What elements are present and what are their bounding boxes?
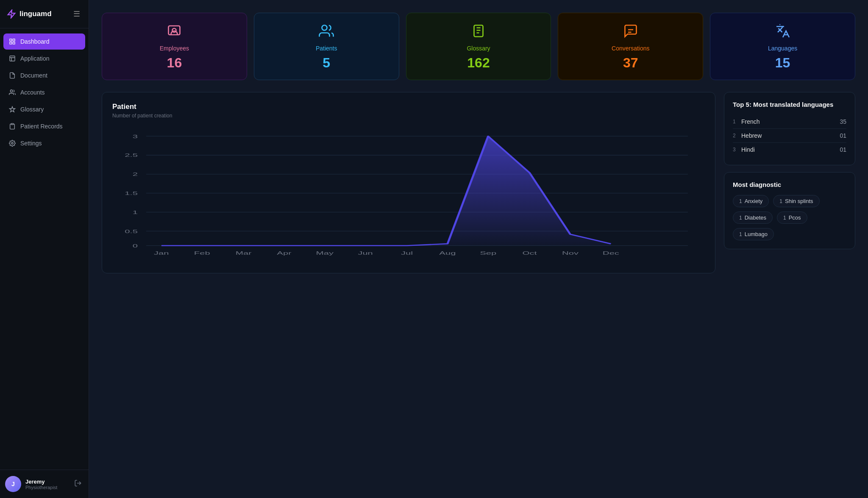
svg-rect-7 [11,123,13,125]
svg-text:Jan: Jan [154,250,169,256]
glossary-label: Glossary [467,45,490,52]
svg-rect-1 [10,39,12,41]
svg-text:Dec: Dec [603,250,619,256]
stat-card-patients[interactable]: Patients 5 [254,13,399,80]
sidebar-item-accounts[interactable]: Accounts [3,84,85,100]
sidebar-item-patient-records[interactable]: Patient Records [3,118,85,134]
sidebar-item-label: Patient Records [20,123,63,130]
clipboard-icon [8,122,16,130]
stat-card-glossary[interactable]: Glossary 162 [406,13,551,80]
diag-count: 1 [779,198,782,204]
sidebar-item-label: Document [20,72,47,79]
sidebar-footer: J Jeremy Physiotherapist [0,470,89,498]
svg-text:Feb: Feb [194,250,210,256]
svg-point-12 [322,25,327,31]
diag-label: Shin splints [785,198,813,204]
svg-rect-13 [474,25,483,37]
top-languages-card: Top 5: Most translated languages 1 Frenc… [724,92,855,165]
diag-label: Lumbago [745,231,768,237]
stat-card-employees[interactable]: Employees 16 [102,13,247,80]
lang-rank: 3 [733,147,741,153]
sidebar-item-label: Glossary [20,106,44,113]
diag-count: 1 [739,215,742,221]
sidebar: linguamd ☰ Dashboard Application [0,0,89,498]
lang-rank: 1 [733,119,741,125]
chart-svg: 3 2.5 2 1.5 1 0.5 0 Jan Feb [112,127,705,263]
svg-rect-3 [10,42,12,44]
layout-icon [8,55,16,62]
svg-marker-0 [8,10,15,18]
diag-count: 1 [739,198,742,204]
svg-rect-4 [13,42,15,44]
users-icon [8,89,16,96]
stat-card-languages[interactable]: Languages 15 [710,13,855,80]
svg-text:Aug: Aug [439,250,456,256]
lang-item-french: 1 French 35 [733,115,846,129]
hamburger-button[interactable]: ☰ [72,8,82,20]
languages-value: 15 [775,56,790,70]
lang-count: 01 [840,132,846,139]
sidebar-header: linguamd ☰ [0,0,89,28]
diag-label: Anxiety [745,198,763,204]
diagnostic-tags: 1 Anxiety 1 Shin splints 1 Diabetes 1 Pc… [733,195,846,240]
stat-cards: Employees 16 Patients 5 Glossary [102,13,855,80]
svg-text:Nov: Nov [562,250,579,256]
gear-icon [8,139,16,147]
diag-count: 1 [739,231,742,237]
sidebar-item-glossary[interactable]: Glossary [3,101,85,117]
lang-count: 01 [840,146,846,153]
svg-text:Oct: Oct [522,250,537,256]
sidebar-item-label: Accounts [20,89,45,96]
svg-text:May: May [316,250,334,256]
svg-text:2.5: 2.5 [125,153,138,158]
logo-icon [7,9,16,19]
user-info: Jeremy Physiotherapist [25,479,68,490]
bottom-row: Patient Number of patient creation [102,92,855,273]
chart-subtitle: Number of patient creation [112,113,705,119]
sidebar-item-dashboard[interactable]: Dashboard [3,33,85,50]
diag-count: 1 [783,215,786,221]
svg-text:Sep: Sep [480,250,496,256]
app-name: linguamd [19,10,52,18]
diag-tag-pcos: 1 Pcos [777,211,807,224]
employees-icon [167,23,182,41]
sidebar-item-document[interactable]: Document [3,67,85,83]
conversations-value: 37 [623,56,638,70]
avatar: J [5,476,21,492]
svg-text:0.5: 0.5 [125,228,138,234]
svg-text:1.5: 1.5 [125,190,138,196]
patients-label: Patients [316,45,337,52]
svg-point-6 [10,90,12,92]
file-icon [8,72,16,79]
sparkles-icon [8,106,16,113]
logout-button[interactable] [72,478,83,490]
svg-rect-2 [13,39,15,41]
svg-text:2: 2 [133,172,138,177]
most-diagnostic-title: Most diagnostic [733,181,846,188]
sidebar-item-application[interactable]: Application [3,50,85,67]
stat-card-conversations[interactable]: Conversations 37 [558,13,703,80]
chart-container: 3 2.5 2 1.5 1 0.5 0 Jan Feb [112,127,705,263]
diag-label: Pcos [789,214,801,221]
employees-label: Employees [160,45,189,52]
most-diagnostic-card: Most diagnostic 1 Anxiety 1 Shin splints… [724,172,855,249]
sidebar-item-settings[interactable]: Settings [3,135,85,151]
lang-item-hebrew: 2 Hebrew 01 [733,129,846,143]
top-languages-title: Top 5: Most translated languages [733,101,846,108]
svg-text:Jun: Jun [358,250,373,256]
svg-text:1: 1 [133,209,138,215]
svg-rect-10 [169,26,180,35]
lang-name: Hindi [741,146,840,153]
svg-text:0: 0 [133,243,138,248]
conversations-label: Conversations [612,45,650,52]
user-name: Jeremy [25,479,68,485]
glossary-icon [471,23,486,41]
employees-value: 16 [167,56,182,70]
patient-chart-card: Patient Number of patient creation [102,92,715,273]
main-content: Employees 16 Patients 5 Glossary [89,0,868,498]
diag-tag-anxiety: 1 Anxiety [733,195,769,207]
diag-label: Diabetes [745,214,766,221]
lang-rank: 2 [733,133,741,139]
lang-item-hindi: 3 Hindi 01 [733,143,846,156]
svg-text:Mar: Mar [236,250,252,256]
